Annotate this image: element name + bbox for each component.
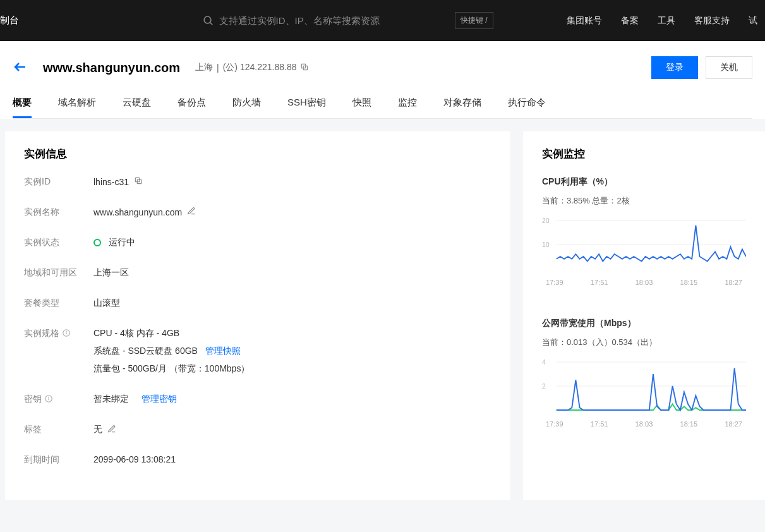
svg-point-0 <box>204 16 211 23</box>
value-tag: 无 <box>93 424 102 435</box>
monitor-card-title: 实例监控 <box>542 147 746 161</box>
tab-monitor[interactable]: 监控 <box>398 97 417 118</box>
net-chart-xaxis: 17:3917:5118:0318:1518:27 <box>542 420 746 428</box>
tab-backup[interactable]: 备份点 <box>178 97 206 118</box>
page-header: www.shangunyun.com 上海 | (公) 124.221.88.8… <box>0 41 765 119</box>
row-zone: 地域和可用区 上海一区 <box>24 267 491 279</box>
svg-text:10: 10 <box>542 241 550 248</box>
value-spec-disk: 系统盘 - SSD云硬盘 60GB <box>93 346 198 356</box>
label-instance-name: 实例名称 <box>24 207 93 218</box>
manage-key-link[interactable]: 管理密钥 <box>142 394 177 405</box>
label-key: 密钥 <box>24 394 93 405</box>
manage-snapshot-link[interactable]: 管理快照 <box>205 346 241 356</box>
net-monitor-block: 公网带宽使用（Mbps） 当前：0.013（入）0.534（出） 24 17:3… <box>542 318 746 428</box>
value-key: 暂未绑定 <box>93 394 129 405</box>
info-icon[interactable] <box>62 329 71 339</box>
header-actions: 登录 关机 <box>651 56 752 79</box>
console-label: 制台 <box>0 15 19 27</box>
monitor-card: 实例监控 CPU利用率（%） 当前：3.85% 总量：2核 1020 17:39… <box>523 131 765 500</box>
shortcut-label: 快捷键 / <box>461 15 488 26</box>
label-package: 套餐类型 <box>24 298 93 309</box>
instance-info-card: 实例信息 实例ID lhins-c31 实例名称 www.shangunyun.… <box>5 131 510 500</box>
nav-tools[interactable]: 工具 <box>658 15 675 27</box>
cpu-chart-xaxis: 17:3917:5118:0318:1518:27 <box>542 279 746 286</box>
public-ip: (公) 124.221.88.88 <box>223 62 297 73</box>
svg-point-12 <box>49 397 49 397</box>
search-input[interactable] <box>219 15 442 26</box>
status-dot-icon <box>93 239 101 246</box>
label-tag: 标签 <box>24 424 93 435</box>
nav-group-account[interactable]: 集团账号 <box>567 15 602 27</box>
tab-snapshot[interactable]: 快照 <box>352 97 371 118</box>
tab-exec[interactable]: 执行命令 <box>508 97 546 118</box>
topbar-right-links: 集团账号 备案 工具 客服支持 试 <box>567 15 765 27</box>
value-expire: 2099-06-09 13:08:21 <box>93 454 176 464</box>
value-status: 运行中 <box>109 237 135 248</box>
search-icon <box>202 15 214 27</box>
cpu-chart: 1020 <box>542 213 746 276</box>
tab-overview[interactable]: 概要 <box>13 97 32 118</box>
net-chart-sub: 当前：0.013（入）0.534（出） <box>542 337 746 348</box>
tab-disk[interactable]: 云硬盘 <box>123 97 151 118</box>
cpu-monitor-block: CPU利用率（%） 当前：3.85% 总量：2核 1020 17:3917:51… <box>542 176 746 286</box>
copy-icon[interactable] <box>300 63 309 73</box>
region-label: 上海 <box>195 62 213 73</box>
shutdown-button[interactable]: 关机 <box>706 56 752 79</box>
value-instance-name: www.shangunyun.com <box>93 207 182 217</box>
label-zone: 地域和可用区 <box>24 267 93 279</box>
row-instance-id: 实例ID lhins-c31 <box>24 176 491 188</box>
value-spec-cpu: CPU - 4核 内存 - 4GB <box>93 328 250 339</box>
cpu-chart-title: CPU利用率（%） <box>542 176 746 188</box>
value-spec-traffic: 流量包 - 500GB/月 （带宽：100Mbps） <box>93 363 250 375</box>
value-zone: 上海一区 <box>93 267 129 279</box>
label-status: 实例状态 <box>24 237 93 248</box>
login-button[interactable]: 登录 <box>651 56 698 79</box>
row-package: 套餐类型 山滚型 <box>24 298 491 309</box>
edit-icon[interactable] <box>187 207 196 217</box>
svg-point-9 <box>66 331 67 332</box>
value-instance-id: lhins-c31 <box>93 177 129 187</box>
net-chart-title: 公网带宽使用（Mbps） <box>542 318 746 329</box>
tab-cos[interactable]: 对象存储 <box>443 97 481 118</box>
value-package: 山滚型 <box>93 298 120 309</box>
copy-icon[interactable] <box>134 176 143 187</box>
row-status: 实例状态 运行中 <box>24 237 491 248</box>
content: 实例信息 实例ID lhins-c31 实例名称 www.shangunyun.… <box>0 119 765 500</box>
page-title: www.shangunyun.com <box>43 61 180 75</box>
cpu-chart-sub: 当前：3.85% 总量：2核 <box>542 195 746 207</box>
svg-text:2: 2 <box>542 383 546 390</box>
label-spec: 实例规格 <box>24 328 93 339</box>
nav-beian[interactable]: 备案 <box>621 15 639 27</box>
svg-line-1 <box>210 22 212 24</box>
row-tag: 标签 无 <box>24 424 491 435</box>
back-arrow-icon[interactable] <box>13 59 28 76</box>
edit-icon[interactable] <box>107 425 116 435</box>
tab-dns[interactable]: 域名解析 <box>58 97 96 118</box>
net-chart: 24 <box>542 354 746 418</box>
nav-trial[interactable]: 试 <box>749 15 757 27</box>
tab-firewall[interactable]: 防火墙 <box>232 97 261 118</box>
instance-info-title: 实例信息 <box>24 147 491 161</box>
tabs: 概要 域名解析 云硬盘 备份点 防火墙 SSH密钥 快照 监控 对象存储 执行命… <box>13 97 752 119</box>
topbar-left: 制台 <box>0 15 202 27</box>
row-instance-name: 实例名称 www.shangunyun.com <box>24 207 491 218</box>
topbar-search <box>202 15 442 27</box>
tab-sshkey[interactable]: SSH密钥 <box>287 97 326 118</box>
svg-text:4: 4 <box>542 359 546 366</box>
nav-support[interactable]: 客服支持 <box>694 15 730 27</box>
svg-text:20: 20 <box>542 217 550 224</box>
topbar: 制台 快捷键 / 集团账号 备案 工具 客服支持 试 <box>0 0 765 41</box>
row-expire: 到期时间 2099-06-09 13:08:21 <box>24 454 491 466</box>
label-expire: 到期时间 <box>24 454 93 466</box>
row-key: 密钥 暂未绑定 管理密钥 <box>24 394 491 405</box>
header-row: www.shangunyun.com 上海 | (公) 124.221.88.8… <box>13 56 752 79</box>
header-meta: 上海 | (公) 124.221.88.88 <box>195 62 309 73</box>
row-spec: 实例规格 CPU - 4核 内存 - 4GB 系统盘 - SSD云硬盘 60GB… <box>24 328 491 375</box>
shortcut-hint[interactable]: 快捷键 / <box>455 12 493 29</box>
info-icon[interactable] <box>44 394 53 405</box>
label-instance-id: 实例ID <box>24 176 93 188</box>
